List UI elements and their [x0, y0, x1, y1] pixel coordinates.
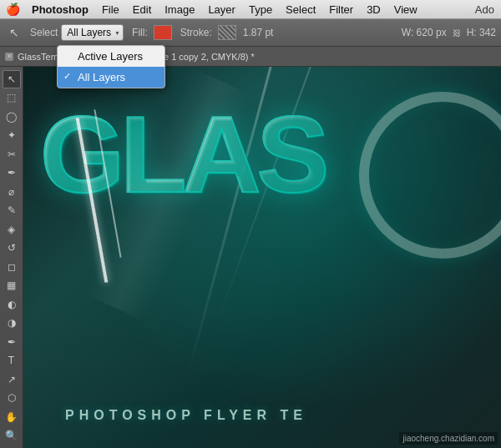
crop-tool[interactable]: ✂ — [3, 145, 21, 164]
ado-text: Ado — [475, 0, 501, 19]
clone-stamp-tool[interactable]: ◈ — [3, 220, 21, 239]
type-menu[interactable]: Type — [242, 0, 279, 19]
w-label: W: 620 px — [402, 27, 447, 38]
gradient-tool[interactable]: ▦ — [3, 277, 21, 295]
path-selection-tool[interactable]: ↗ — [3, 370, 21, 389]
move-tool[interactable]: ↖ — [3, 70, 21, 88]
subtitle-text: PHOTOSHOP FLYER TE — [65, 408, 307, 423]
stroke-size-value: 1.87 pt — [243, 27, 274, 38]
layer-menu[interactable]: Layer — [201, 0, 242, 19]
toolbar-select-label: Select — [30, 27, 58, 38]
toolbar: ↖ Select All Layers Fill: Stroke: 1.87 p… — [0, 19, 501, 47]
canvas-area: GLAS PHOTOSHOP FLYER TE jiaocheng.chazid… — [23, 67, 501, 448]
text-tool[interactable]: T — [3, 352, 21, 370]
brush-tool[interactable]: ✎ — [3, 202, 21, 220]
shape-tool[interactable]: ⬡ — [3, 390, 21, 408]
main-layout: ↖ ⬚ ◯ ✦ ✂ ✒ ⌀ ✎ ◈ ↺ ◻ ▦ ◐ ◑ ✒ T ↗ ⬡ ✋ 🔍 — [0, 67, 501, 448]
fill-color-box[interactable] — [154, 25, 172, 40]
chain-icon: ⛓ — [453, 28, 461, 38]
watermark: jiaocheng.chazidian.com — [399, 432, 498, 445]
file-menu[interactable]: File — [95, 0, 126, 19]
stroke-pattern-box[interactable] — [218, 25, 236, 40]
fill-label: Fill: — [132, 27, 148, 38]
pen-tool[interactable]: ✒ — [3, 333, 21, 351]
zoom-tool[interactable]: 🔍 — [3, 427, 21, 445]
select-menu[interactable]: Select — [279, 0, 322, 19]
all-layers-option[interactable]: All Layers — [58, 67, 164, 88]
3d-menu[interactable]: 3D — [360, 0, 387, 19]
layer-select-dropdown[interactable]: All Layers — [61, 24, 124, 41]
layer-dropdown-menu[interactable]: Active Layers All Layers — [57, 45, 165, 88]
healing-brush-tool[interactable]: ⌀ — [3, 183, 21, 201]
blur-tool[interactable]: ◐ — [3, 295, 21, 314]
design-canvas: GLAS PHOTOSHOP FLYER TE jiaocheng.chazid… — [23, 67, 501, 448]
menu-bar: 🍎 Photoshop File Edit Image Layer Type S… — [0, 0, 501, 19]
image-menu[interactable]: Image — [158, 0, 201, 19]
history-brush-tool[interactable]: ↺ — [3, 239, 21, 258]
dodge-tool[interactable]: ◑ — [3, 315, 21, 333]
left-toolbar: ↖ ⬚ ◯ ✦ ✂ ✒ ⌀ ✎ ◈ ↺ ◻ ▦ ◐ ◑ ✒ T ↗ ⬡ ✋ 🔍 — [0, 67, 23, 448]
apple-logo[interactable]: 🍎 — [0, 0, 25, 19]
select-tool-icon: ↖ — [5, 23, 23, 42]
glas-text-container: GLAS — [40, 100, 491, 209]
filter-menu[interactable]: Filter — [322, 0, 360, 19]
eyedropper-tool[interactable]: ✒ — [3, 164, 21, 183]
stroke-label: Stroke: — [180, 27, 212, 38]
rectangular-marquee-tool[interactable]: ⬚ — [3, 89, 21, 108]
active-layers-option[interactable]: Active Layers — [58, 46, 164, 67]
h-label: H: 342 — [467, 27, 496, 38]
eraser-tool[interactable]: ◻ — [3, 258, 21, 276]
view-menu[interactable]: View — [387, 0, 424, 19]
hand-tool[interactable]: ✋ — [3, 408, 21, 426]
tab-close-icon[interactable]: ✕ — [5, 53, 13, 61]
edit-menu[interactable]: Edit — [126, 0, 158, 19]
app-name-menu[interactable]: Photoshop — [25, 0, 95, 19]
magic-wand-tool[interactable]: ✦ — [3, 127, 21, 145]
lasso-tool[interactable]: ◯ — [3, 108, 21, 126]
toolbar-right-info: W: 620 px ⛓ H: 342 — [402, 27, 496, 38]
